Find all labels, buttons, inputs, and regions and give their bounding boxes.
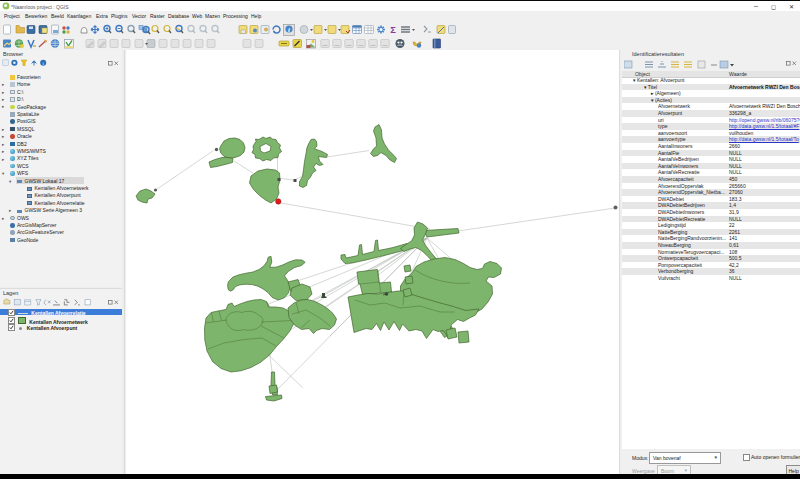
svg-text:i: i bbox=[288, 26, 290, 34]
svg-text:Σ: Σ bbox=[390, 24, 396, 35]
